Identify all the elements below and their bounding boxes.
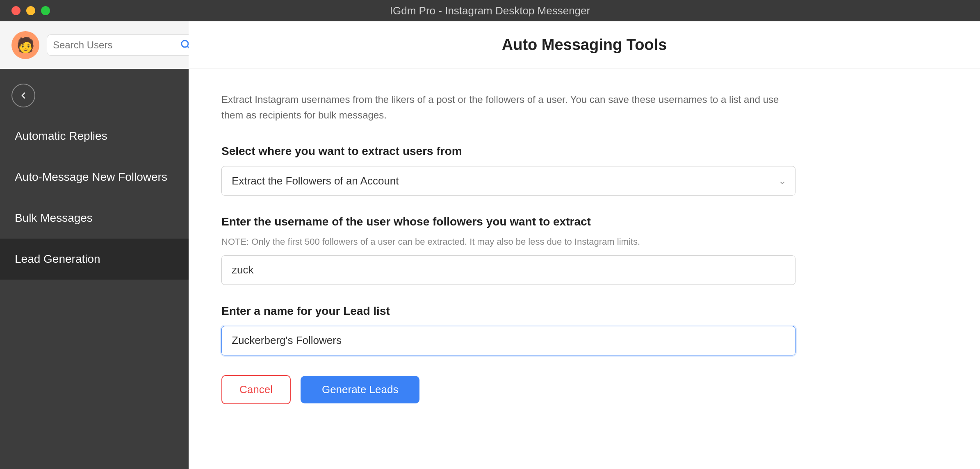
search-input[interactable] <box>53 39 175 51</box>
select-wrapper: Extract the Followers of an Account Extr… <box>221 166 795 196</box>
button-row: Cancel Generate Leads <box>221 375 947 404</box>
sidebar-top: 🧑 <box>0 21 189 69</box>
sidebar-nav: Automatic Replies Auto-Message New Follo… <box>0 69 189 469</box>
sidebar-item-bulk-messages[interactable]: Bulk Messages <box>0 198 189 239</box>
generate-leads-button[interactable]: Generate Leads <box>301 376 419 403</box>
description-text: Extract Instagram usernames from the lik… <box>221 92 795 123</box>
main-body: Extract Instagram usernames from the lik… <box>189 69 980 469</box>
lead-list-name-input[interactable] <box>221 326 795 355</box>
avatar: 🧑 <box>11 31 39 59</box>
fullscreen-button[interactable] <box>41 6 50 15</box>
search-box[interactable] <box>47 34 197 56</box>
main-header: Auto Messaging Tools <box>189 21 980 69</box>
sidebar-item-lead-generation[interactable]: Lead Generation <box>0 239 189 280</box>
sidebar: 🧑 Automatic <box>0 21 189 469</box>
app-body: 🧑 Automatic <box>0 21 980 469</box>
minimize-button[interactable] <box>26 6 35 15</box>
app-title: IGdm Pro - Instagram Desktop Messenger <box>390 5 590 17</box>
main-content: Auto Messaging Tools Extract Instagram u… <box>189 21 980 469</box>
section-label-select-source: Select where you want to extract users f… <box>221 145 947 158</box>
titlebar: IGdm Pro - Instagram Desktop Messenger <box>0 0 980 21</box>
sidebar-item-auto-message-new-followers[interactable]: Auto-Message New Followers <box>0 157 189 198</box>
note-text: NOTE: Only the first 500 followers of a … <box>221 237 947 247</box>
back-btn-row <box>0 72 189 116</box>
section-label-username: Enter the username of the user whose fol… <box>221 215 947 228</box>
form-group-select-source: Select where you want to extract users f… <box>221 145 947 196</box>
cancel-button[interactable]: Cancel <box>221 375 291 404</box>
traffic-lights <box>11 6 50 15</box>
sidebar-item-automatic-replies[interactable]: Automatic Replies <box>0 116 189 157</box>
main-title: Auto Messaging Tools <box>502 36 667 54</box>
section-label-lead-list: Enter a name for your Lead list <box>221 305 947 318</box>
form-group-username: Enter the username of the user whose fol… <box>221 215 947 285</box>
form-group-lead-list: Enter a name for your Lead list <box>221 305 947 355</box>
source-select[interactable]: Extract the Followers of an Account Extr… <box>221 166 795 196</box>
username-input[interactable] <box>221 255 795 285</box>
back-button[interactable] <box>11 84 35 107</box>
close-button[interactable] <box>11 6 21 15</box>
